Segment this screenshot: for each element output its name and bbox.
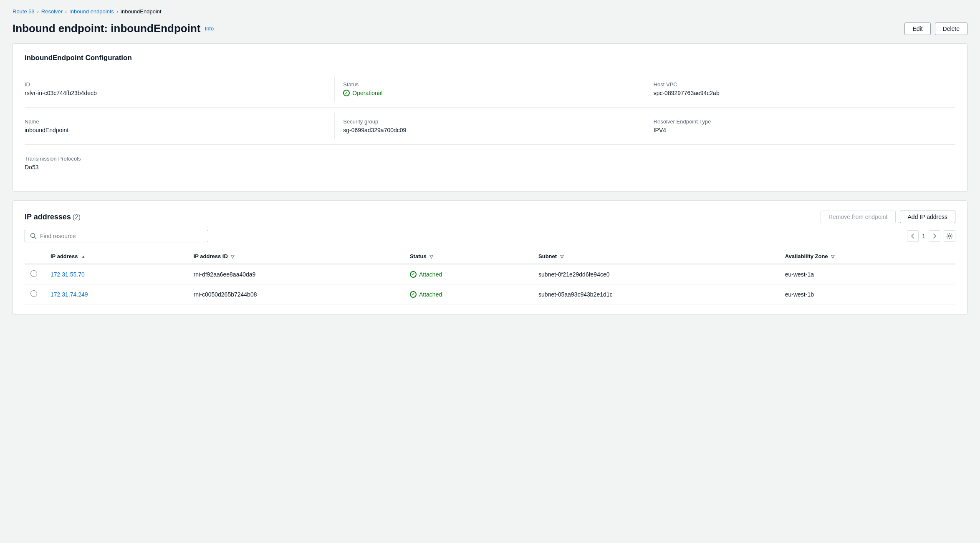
- config-row-2: Name inboundEndpoint Security group sg-0…: [25, 108, 955, 145]
- config-endpointtype-value: IPV4: [654, 127, 947, 133]
- config-status-cell: Status Operational: [335, 75, 645, 102]
- ip-section-title: IP addresses: [25, 213, 71, 221]
- add-ip-address-button[interactable]: Add IP address: [900, 211, 955, 223]
- breadcrumb-sep-2: ›: [65, 9, 67, 15]
- config-endpointtype-cell: Resolver Endpoint Type IPV4: [645, 113, 955, 139]
- search-icon: [30, 233, 37, 239]
- config-secgroup-label: Security group: [343, 118, 636, 125]
- svg-point-2: [949, 235, 951, 237]
- attached-icon: [410, 271, 417, 278]
- config-status-label: Status: [343, 81, 636, 88]
- attached-text: Attached: [419, 271, 442, 278]
- th-ip-address-id[interactable]: IP address ID ▽: [187, 249, 403, 264]
- sort-status-icon: ▽: [429, 254, 433, 259]
- row-subnet: subnet-0f21e29dd6fe94ce0: [532, 264, 778, 284]
- config-hostvpc-cell: Host VPC vpc-089297763ae94c2ab: [645, 75, 955, 102]
- row-radio-cell[interactable]: [25, 264, 44, 284]
- config-transmission-cell: Transmission Protocols Do53: [25, 150, 335, 176]
- attached-text: Attached: [419, 291, 442, 298]
- row-availability-zone: eu-west-1a: [778, 264, 955, 284]
- config-secgroup-value: sg-0699ad329a700dc09: [343, 127, 636, 133]
- row-ip-address: 172.31.74.249: [44, 284, 187, 304]
- config-card: inboundEndpoint Configuration ID rslvr-i…: [13, 43, 967, 192]
- breadcrumb-route53[interactable]: Route 53: [13, 8, 35, 15]
- config-name-value: inboundEndpoint: [25, 127, 326, 133]
- pagination-controls: 1: [907, 230, 955, 242]
- delete-button[interactable]: Delete: [935, 23, 967, 35]
- chevron-right-icon: [933, 234, 936, 239]
- config-transmission-value: Do53: [25, 164, 326, 171]
- ip-addresses-card: IP addresses (2) Remove from endpoint Ad…: [13, 200, 967, 315]
- row-radio-cell[interactable]: [25, 284, 44, 304]
- th-subnet[interactable]: Subnet ▽: [532, 249, 778, 264]
- row-status: Attached: [403, 284, 532, 304]
- page-header: Inbound endpoint: inboundEndpoint Info E…: [13, 22, 967, 35]
- page-header-left: Inbound endpoint: inboundEndpoint Info: [13, 22, 214, 35]
- operational-text: Operational: [352, 90, 382, 96]
- ip-section-header: IP addresses (2) Remove from endpoint Ad…: [25, 211, 955, 223]
- breadcrumb-current: inboundEndpoint: [121, 8, 162, 15]
- config-secgroup-cell: Security group sg-0699ad329a700dc09: [335, 113, 645, 139]
- row-availability-zone: eu-west-1b: [778, 284, 955, 304]
- th-select: [25, 249, 44, 264]
- remove-from-endpoint-button: Remove from endpoint: [821, 211, 896, 223]
- config-card-title: inboundEndpoint Configuration: [25, 54, 955, 62]
- operational-icon: [343, 90, 350, 96]
- config-row-3: Transmission Protocols Do53: [25, 145, 955, 181]
- breadcrumb-resolver[interactable]: Resolver: [41, 8, 63, 15]
- page-number: 1: [922, 233, 925, 239]
- config-row-1: ID rslvr-in-c03c744fb23b4decb Status Ope…: [25, 70, 955, 108]
- prev-page-button[interactable]: [907, 230, 919, 242]
- row-select-radio[interactable]: [30, 290, 37, 297]
- svg-line-1: [35, 237, 36, 239]
- sort-ip-address-id-icon: ▽: [231, 254, 234, 259]
- sort-ip-address-icon: ▲: [81, 254, 86, 259]
- ip-section-title-wrapper: IP addresses (2): [25, 213, 81, 221]
- column-settings-button[interactable]: [944, 230, 955, 242]
- table-row: 172.31.74.249 rni-c0050d265b7244b08 Atta…: [25, 284, 955, 304]
- search-input-wrapper[interactable]: [25, 230, 208, 242]
- info-badge[interactable]: Info: [205, 25, 214, 32]
- config-name-cell: Name inboundEndpoint: [25, 113, 335, 139]
- row-select-radio[interactable]: [30, 270, 37, 277]
- th-availability-zone[interactable]: Availability Zone ▽: [778, 249, 955, 264]
- breadcrumb-inbound-endpoints[interactable]: Inbound endpoints: [69, 8, 114, 15]
- row-status: Attached: [403, 264, 532, 284]
- config-hostvpc-label: Host VPC: [654, 81, 947, 88]
- sort-az-icon: ▽: [831, 254, 834, 259]
- config-id-label: ID: [25, 81, 326, 88]
- breadcrumb-sep-1: ›: [37, 9, 39, 15]
- th-ip-address[interactable]: IP address ▲: [44, 249, 187, 264]
- chevron-left-icon: [911, 234, 914, 239]
- ip-address-link[interactable]: 172.31.55.70: [51, 271, 85, 278]
- config-endpointtype-label: Resolver Endpoint Type: [654, 118, 947, 125]
- edit-button[interactable]: Edit: [904, 23, 930, 35]
- config-hostvpc-value: vpc-089297763ae94c2ab: [654, 90, 947, 96]
- row-ip-address-id: rni-df92aa6ee8aa40da9: [187, 264, 403, 284]
- attached-icon: [410, 291, 417, 298]
- search-input[interactable]: [40, 233, 203, 239]
- search-bar-container: 1: [25, 230, 955, 242]
- ip-addresses-table: IP address ▲ IP address ID ▽ Status ▽ Su…: [25, 249, 955, 304]
- gear-icon: [946, 233, 953, 239]
- breadcrumb-sep-3: ›: [116, 9, 118, 15]
- row-ip-address-id: rni-c0050d265b7244b08: [187, 284, 403, 304]
- th-status[interactable]: Status ▽: [403, 249, 532, 264]
- table-row: 172.31.55.70 rni-df92aa6ee8aa40da9 Attac…: [25, 264, 955, 284]
- config-name-label: Name: [25, 118, 326, 125]
- config-transmission-label: Transmission Protocols: [25, 156, 326, 162]
- config-id-cell: ID rslvr-in-c03c744fb23b4decb: [25, 75, 335, 102]
- next-page-button[interactable]: [929, 230, 940, 242]
- sort-subnet-icon: ▽: [560, 254, 563, 259]
- table-header-row: IP address ▲ IP address ID ▽ Status ▽ Su…: [25, 249, 955, 264]
- ip-section-actions: Remove from endpoint Add IP address: [821, 211, 955, 223]
- ip-section-count: (2): [73, 214, 81, 221]
- ip-address-link[interactable]: 172.31.74.249: [51, 291, 88, 298]
- breadcrumb: Route 53 › Resolver › Inbound endpoints …: [13, 8, 967, 15]
- header-actions: Edit Delete: [904, 23, 967, 35]
- config-status-value: Operational: [343, 90, 636, 96]
- row-subnet: subnet-05aa93c943b2e1d1c: [532, 284, 778, 304]
- row-ip-address: 172.31.55.70: [44, 264, 187, 284]
- config-id-value: rslvr-in-c03c744fb23b4decb: [25, 90, 326, 96]
- page-title: Inbound endpoint: inboundEndpoint: [13, 22, 201, 35]
